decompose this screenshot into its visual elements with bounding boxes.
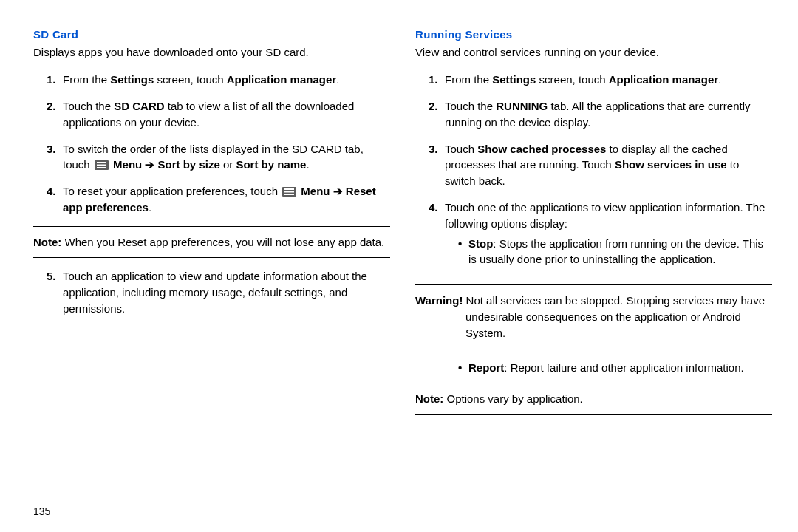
running-services-steps: 1. From the Settings screen, touch Appli…: [429, 72, 772, 274]
warning-text: Warning! Not all services can be stopped…: [415, 293, 772, 341]
sd-card-intro: Displays apps you have downloaded onto y…: [33, 45, 390, 60]
step-number: 3.: [429, 141, 445, 189]
step-number: 1.: [429, 72, 445, 88]
left-column: SD Card Displays apps you have downloade…: [33, 28, 390, 517]
warning-block: Warning! Not all services can be stopped…: [415, 284, 772, 349]
step-2: 2. Touch the RUNNING tab. All the applic…: [429, 98, 772, 131]
step-body: To switch the order of the lists display…: [63, 141, 390, 174]
page-number: 135: [33, 505, 50, 517]
step-5: 5. Touch an application to view and upda…: [47, 268, 390, 316]
menu-icon: [282, 187, 296, 197]
note-text: Note: When you Reset app preferences, yo…: [33, 234, 390, 250]
step-number: 3.: [47, 141, 63, 174]
running-services-intro: View and control services running on you…: [415, 45, 772, 60]
step-4: 4. Touch one of the applications to view…: [429, 200, 772, 275]
options-list: • Stop: Stops the application from runni…: [458, 236, 772, 267]
list-item: • Report: Report failure and other appli…: [458, 360, 772, 375]
menu-icon: [95, 160, 109, 170]
sd-card-heading: SD Card: [33, 28, 390, 41]
step-2: 2. Touch the SD CARD tab to view a list …: [47, 98, 390, 131]
bullet-body: Report: Report failure and other applica…: [468, 360, 744, 375]
step-body: From the Settings screen, touch Applicat…: [445, 72, 772, 88]
step-number: 2.: [429, 98, 445, 131]
step-number: 4.: [47, 183, 63, 216]
right-column: Running Services View and control servic…: [415, 28, 772, 517]
step-body: Touch the RUNNING tab. All the applicati…: [445, 98, 772, 131]
step-body: Touch Show cached processes to display a…: [445, 141, 772, 189]
options-list-cont: • Report: Report failure and other appli…: [458, 360, 772, 375]
step-number: 2.: [47, 98, 63, 131]
step-body: Touch one of the applications to view ap…: [445, 200, 772, 275]
sd-card-steps: 1. From the Settings screen, touch Appli…: [47, 72, 390, 215]
step-body: Touch an application to view and update …: [63, 268, 390, 316]
sd-card-steps-cont: 5. Touch an application to view and upda…: [47, 268, 390, 316]
step-number: 4.: [429, 200, 445, 275]
manual-page: SD Card Displays apps you have downloade…: [0, 0, 798, 532]
note-text: Note: Options vary by application.: [415, 391, 772, 407]
bullet-body: Stop: Stops the application from running…: [468, 236, 772, 267]
note-block: Note: When you Reset app preferences, yo…: [33, 226, 390, 259]
step-1: 1. From the Settings screen, touch Appli…: [47, 72, 390, 88]
step-body: From the Settings screen, touch Applicat…: [63, 72, 390, 88]
step-body: To reset your application preferences, t…: [63, 183, 390, 216]
step-number: 1.: [47, 72, 63, 88]
note-block: Note: Options vary by application.: [415, 383, 772, 415]
bullet-icon: •: [458, 236, 468, 267]
step-4: 4. To reset your application preferences…: [47, 183, 390, 216]
bullet-icon: •: [458, 360, 468, 375]
step-body: Touch the SD CARD tab to view a list of …: [63, 98, 390, 131]
list-item: • Stop: Stops the application from runni…: [458, 236, 772, 267]
step-3: 3. Touch Show cached processes to displa…: [429, 141, 772, 189]
step-number: 5.: [47, 268, 63, 316]
step-3: 3. To switch the order of the lists disp…: [47, 141, 390, 174]
running-services-heading: Running Services: [415, 28, 772, 41]
step-1: 1. From the Settings screen, touch Appli…: [429, 72, 772, 88]
